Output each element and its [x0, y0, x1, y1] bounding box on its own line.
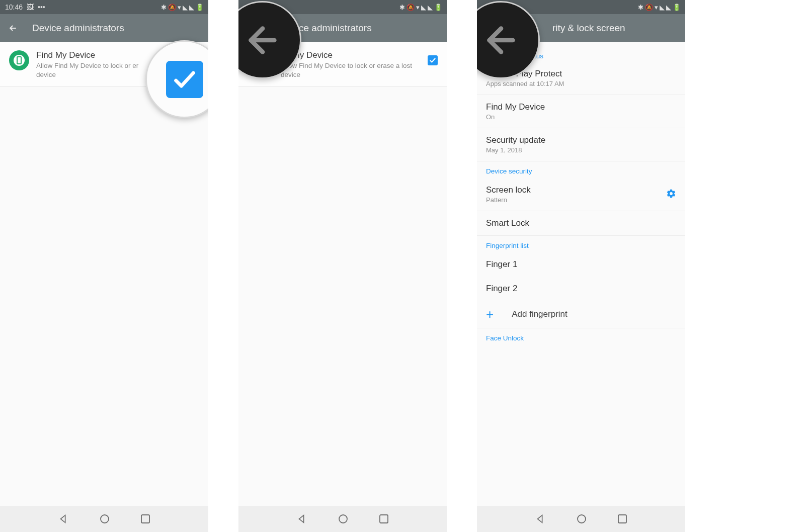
more-icon: •••: [38, 3, 45, 11]
bluetooth-icon: ✱: [638, 4, 643, 11]
add-fingerprint-row[interactable]: + Add fingerprint: [477, 301, 685, 328]
find-my-device-icon: [9, 50, 29, 70]
nav-recent-icon[interactable]: [617, 514, 627, 524]
signal-icon: ◣: [421, 4, 426, 11]
nav-recent-icon[interactable]: [140, 514, 150, 524]
signal-icon-2: ◣: [189, 4, 194, 11]
nav-recent-icon[interactable]: [379, 514, 389, 524]
svg-rect-5: [618, 515, 626, 523]
setting-subtitle: Pattern: [486, 196, 531, 204]
signal-icon: ◣: [183, 4, 187, 11]
status-icons: ✱ 🔕 ▾ ◣ ◣ 🔋: [161, 4, 203, 11]
battery-icon: 🔋: [434, 4, 442, 11]
nav-back-icon[interactable]: [296, 513, 307, 524]
finger2-row[interactable]: Finger 2: [477, 277, 685, 301]
nav-home-icon[interactable]: [338, 513, 349, 524]
bluetooth-icon: ✱: [161, 4, 166, 11]
status-bar: 10:46 🖼 ••• ✱ 🔕 ▾ ◣ ◣ 🔋: [0, 0, 208, 14]
wifi-icon: ▾: [655, 4, 658, 11]
nav-bar: [238, 506, 447, 532]
item-title: nd My Device: [281, 50, 421, 60]
nav-bar: [477, 506, 685, 532]
signal-icon-2: ◣: [666, 4, 671, 11]
setting-subtitle: On: [486, 113, 545, 121]
nav-back-icon[interactable]: [58, 513, 69, 524]
section-header-face-unlock: Face Unlock: [477, 328, 685, 345]
screen-lock-row[interactable]: Screen lock Pattern: [477, 178, 685, 211]
mute-icon: 🔕: [645, 4, 653, 11]
signal-icon: ◣: [660, 4, 664, 11]
svg-rect-3: [380, 515, 388, 523]
app-bar-title: rity & lock screen: [552, 23, 625, 34]
app-bar-title: Device administrators: [32, 23, 124, 34]
nav-home-icon[interactable]: [576, 513, 587, 524]
setting-subtitle: Apps scanned at 10:17 AM: [486, 80, 564, 87]
setting-title: Finger 2: [486, 284, 517, 294]
battery-icon: 🔋: [673, 4, 680, 11]
smart-lock-row[interactable]: Smart Lock: [477, 211, 685, 236]
nav-back-icon[interactable]: [535, 513, 546, 524]
phone-screen-3: ✱ 🔕 ▾ ◣ ◣ 🔋 rity & lock screen status Go…: [477, 0, 685, 532]
plus-icon: +: [486, 308, 494, 321]
phone-screen-1: 10:46 🖼 ••• ✱ 🔕 ▾ ◣ ◣ 🔋 Device administr…: [0, 0, 208, 532]
app-bar-title: ce administrators: [299, 23, 372, 34]
battery-icon: 🔋: [196, 4, 203, 11]
nav-home-icon[interactable]: [99, 513, 110, 524]
section-header-device-security: Device security: [477, 161, 685, 178]
content-area: nd My Device Allow Find My Device to loc…: [238, 42, 447, 506]
bluetooth-icon: ✱: [399, 4, 404, 11]
setting-title: Security update: [486, 135, 545, 145]
item-subtitle: Allow Find My Device to lock or erase a …: [281, 61, 421, 79]
wifi-icon: ▾: [178, 4, 181, 11]
svg-point-2: [339, 515, 347, 523]
security-update-row[interactable]: Security update May 1, 2018: [477, 128, 685, 161]
setting-subtitle: May 1, 2018: [486, 146, 545, 154]
setting-title: Smart Lock: [486, 218, 529, 228]
phone-screen-2: ✱ 🔕 ▾ ◣ ◣ 🔋 ce administrators nd My Devi…: [238, 0, 447, 532]
status-time: 10:46: [5, 3, 23, 11]
add-fingerprint-label: Add fingerprint: [512, 309, 567, 319]
wifi-icon: ▾: [416, 4, 419, 11]
mute-icon: 🔕: [168, 4, 176, 11]
svg-point-4: [578, 515, 586, 523]
setting-title: Find My Device: [486, 102, 545, 112]
content-area: status Google Play Protect Apps scanned …: [477, 42, 685, 506]
find-my-device-row[interactable]: Find My Device On: [477, 95, 685, 128]
checkbox-checked-icon[interactable]: [428, 55, 438, 65]
back-arrow-icon[interactable]: [8, 23, 18, 33]
setting-title: Screen lock: [486, 185, 531, 195]
svg-rect-1: [141, 515, 149, 523]
nav-bar: [0, 506, 208, 532]
section-header-fingerprint: Fingerprint list: [477, 236, 685, 252]
checkbox-checked-icon[interactable]: [166, 61, 203, 98]
app-bar: Device administrators: [0, 14, 208, 42]
signal-icon-2: ◣: [428, 4, 432, 11]
svg-point-0: [101, 515, 109, 523]
setting-title: Finger 1: [486, 259, 517, 270]
finger1-row[interactable]: Finger 1: [477, 252, 685, 277]
gear-icon[interactable]: [666, 189, 676, 201]
mute-icon: 🔕: [407, 4, 414, 11]
gallery-icon: 🖼: [27, 3, 34, 11]
